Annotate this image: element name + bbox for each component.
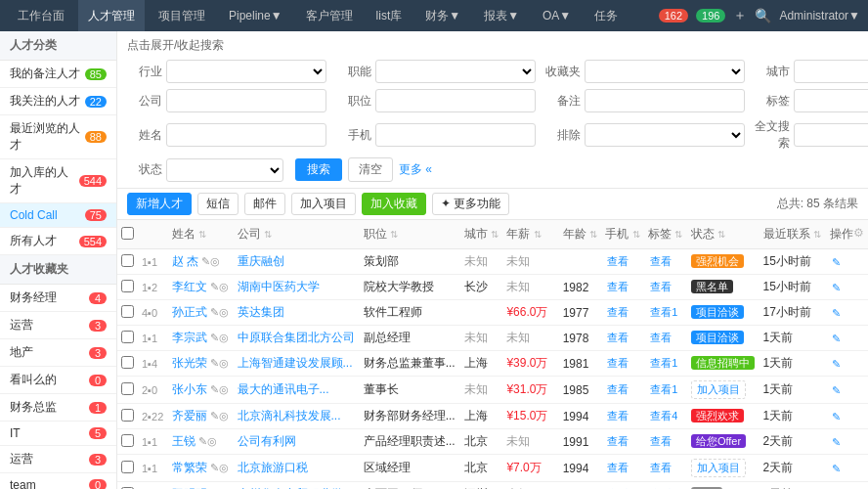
select-function[interactable] (375, 60, 536, 83)
view-tag-button[interactable]: 查看1 (648, 305, 679, 320)
company-link[interactable]: 重庆融创 (238, 254, 284, 268)
view-tag-button[interactable]: 查看 (648, 434, 673, 449)
view-phone-button[interactable]: 查看 (605, 331, 630, 345)
nav-list[interactable]: list库 (367, 0, 412, 31)
search-toggle[interactable]: 点击展开/收起搜索 (127, 37, 858, 54)
sidebar-item-cold-call[interactable]: Cold Call 75 (0, 203, 116, 228)
edit-button[interactable]: ✎ (830, 358, 843, 371)
view-phone-button[interactable]: 查看 (605, 254, 630, 269)
plus-icon[interactable]: ＋ (733, 7, 747, 24)
sidebar-item-added[interactable]: 加入库的人才 544 (0, 159, 116, 203)
company-link[interactable]: 中原联合集团北方公司 (238, 331, 355, 344)
view-phone-button[interactable]: 查看 (605, 434, 630, 449)
sms-button[interactable]: 短信 (197, 193, 239, 215)
talent-name-link[interactable]: 张光荣 (172, 356, 207, 370)
select-city[interactable] (794, 60, 868, 83)
admin-label[interactable]: Administrator▼ (779, 9, 860, 22)
email-button[interactable]: 邮件 (244, 193, 285, 215)
talent-name-link[interactable]: 李红文 (172, 280, 207, 293)
input-remark[interactable] (585, 89, 745, 112)
edit-button[interactable]: ✎ (830, 384, 843, 397)
talent-name-link[interactable]: 齐爱丽 (172, 409, 207, 422)
row-checkbox[interactable] (121, 409, 134, 422)
nav-pipeline[interactable]: Pipeline▼ (219, 0, 292, 31)
nav-project[interactable]: 项目管理 (149, 0, 215, 31)
row-checkbox[interactable] (121, 254, 134, 267)
row-checkbox[interactable] (121, 382, 134, 395)
col-salary[interactable]: 年薪 ⇅ (502, 220, 558, 249)
col-contact[interactable]: 最近联系 ⇅ (760, 220, 826, 249)
nav-talent[interactable]: 人才管理 (78, 0, 145, 31)
talent-name-link[interactable]: 孙正式 (172, 305, 207, 319)
company-link[interactable]: 北京旅游口税 (238, 461, 308, 474)
search-button[interactable]: 搜索 (295, 158, 342, 181)
settings-icon[interactable]: ⚙ (853, 226, 864, 240)
input-name[interactable] (166, 123, 326, 147)
row-checkbox[interactable] (121, 331, 134, 343)
view-phone-button[interactable]: 查看 (605, 409, 630, 423)
input-position[interactable] (375, 89, 536, 112)
sidebar-item-my-followed[interactable]: 我关注的人才 22 (0, 88, 116, 115)
row-checkbox[interactable] (121, 434, 134, 447)
sidebar-item-recent[interactable]: 最近浏览的人才 88 (0, 115, 116, 159)
talent-name-link[interactable]: 常繁荣 (172, 461, 207, 474)
input-phone[interactable] (375, 123, 536, 147)
select-tag[interactable] (794, 89, 868, 112)
talent-name-link[interactable]: 张小东 (172, 382, 207, 396)
edit-button[interactable]: ✎ (830, 411, 843, 423)
row-checkbox[interactable] (121, 461, 134, 473)
select-exclude[interactable] (585, 123, 745, 147)
edit-button[interactable]: ✎ (830, 436, 843, 449)
view-phone-button[interactable]: 查看 (605, 305, 630, 320)
search-icon[interactable]: 🔍 (755, 8, 771, 23)
col-status[interactable]: 状态 ⇅ (687, 220, 760, 249)
col-company[interactable]: 公司 ⇅ (234, 220, 360, 249)
nav-oa[interactable]: OA▼ (533, 0, 581, 31)
row-checkbox[interactable] (121, 356, 134, 369)
talent-name-link[interactable]: 李宗武 (172, 331, 207, 344)
select-status[interactable] (166, 158, 283, 182)
sidebar-item-kanjiaomode[interactable]: 看叫么的 0 (0, 367, 116, 394)
view-phone-button[interactable]: 查看 (605, 356, 630, 371)
company-link[interactable]: 英达集团 (238, 305, 284, 319)
sidebar-item-operations[interactable]: 运营 3 (0, 312, 116, 339)
nav-workbench[interactable]: 工作台面 (8, 0, 74, 31)
view-tag-button[interactable]: 查看1 (648, 356, 679, 371)
row-checkbox[interactable] (121, 280, 134, 292)
select-industry[interactable] (166, 60, 326, 83)
input-company[interactable] (166, 89, 326, 112)
select-favorite[interactable] (585, 60, 745, 83)
view-tag-button[interactable]: 查看 (648, 254, 673, 269)
nav-client[interactable]: 客户管理 (296, 0, 363, 31)
col-name[interactable]: 姓名 ⇅ (168, 220, 234, 249)
company-link[interactable]: 上海智通建设发展顾... (238, 356, 353, 370)
edit-button[interactable]: ✎ (830, 463, 843, 475)
add-to-project-button[interactable]: 加入项目 (691, 459, 746, 477)
sidebar-item-finance-mgr[interactable]: 财务经理 4 (0, 285, 116, 312)
view-tag-button[interactable]: 查看4 (648, 409, 679, 423)
edit-button[interactable]: ✎ (830, 307, 843, 320)
add-project-button[interactable]: 加入项目 (291, 193, 356, 215)
company-link[interactable]: 北京滴礼科技发展... (238, 409, 341, 422)
add-talent-button[interactable]: 新增人才 (127, 193, 192, 215)
nav-task[interactable]: 任务 (585, 0, 628, 31)
view-tag-button[interactable]: 查看 (648, 461, 673, 475)
notify-badge[interactable]: 196 (696, 9, 725, 22)
col-age[interactable]: 年龄 ⇅ (559, 220, 602, 249)
col-position[interactable]: 职位 ⇅ (360, 220, 460, 249)
col-city[interactable]: 城市 ⇅ (460, 220, 503, 249)
col-phone[interactable]: 手机 ⇅ (601, 220, 644, 249)
edit-button[interactable]: ✎ (830, 256, 843, 269)
nav-report[interactable]: 报表▼ (474, 0, 529, 31)
sidebar-item-it[interactable]: IT 5 (0, 422, 116, 446)
company-link[interactable]: 湖南中医药大学 (238, 280, 320, 293)
view-tag-button[interactable]: 查看1 (648, 382, 679, 397)
add-favorite-button[interactable]: 加入收藏 (362, 193, 426, 215)
edit-button[interactable]: ✎ (830, 282, 843, 294)
view-tag-button[interactable]: 查看 (648, 280, 673, 294)
view-phone-button[interactable]: 查看 (605, 461, 630, 475)
more-button[interactable]: 更多 « (399, 161, 432, 178)
col-tag[interactable]: 标签 ⇅ (644, 220, 687, 249)
sidebar-item-team[interactable]: team 0 (0, 473, 116, 489)
view-phone-button[interactable]: 查看 (605, 382, 630, 397)
